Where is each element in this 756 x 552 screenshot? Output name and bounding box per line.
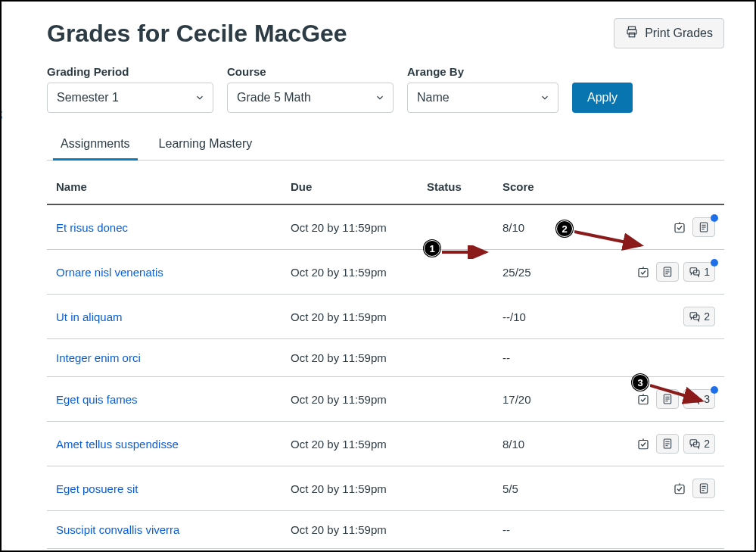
due-date: Oct 20 by 11:59pm (282, 511, 418, 549)
header: Grades for Cecile MacGee Print Grades (47, 18, 724, 48)
actions-cell (569, 204, 724, 250)
table-row: Suscipit convallis viverraOct 20 by 11:5… (47, 511, 724, 549)
assignment-link[interactable]: Suscipit convallis viverra (56, 523, 179, 536)
comments-count: 2 (704, 438, 710, 450)
comments-count: 3 (704, 393, 710, 405)
col-header-score: Score (493, 167, 569, 204)
apply-button[interactable]: Apply (572, 83, 633, 113)
arrange-by-group: Arange By Name (407, 65, 558, 113)
svg-rect-2 (629, 33, 635, 37)
arrange-by-value: Name (417, 91, 450, 104)
status-cell (418, 250, 493, 295)
comments-button[interactable]: 2 (683, 434, 715, 454)
status-cell (418, 204, 493, 250)
actions-cell (569, 466, 724, 511)
arrange-by-select[interactable]: Name (407, 83, 558, 113)
score-cell: 5/5 (493, 466, 569, 511)
page-title: Grades for Cecile MacGee (47, 20, 347, 48)
arrange-by-label: Arange By (407, 65, 558, 78)
svg-rect-24 (639, 441, 648, 449)
status-cell (418, 377, 493, 422)
actions-cell (569, 511, 724, 549)
table-header-row: Name Due Status Score (47, 167, 724, 204)
status-cell (418, 295, 493, 339)
grading-period-group: Grading Period Semester 1 (47, 65, 213, 113)
col-header-actions (569, 167, 724, 204)
status-cell (418, 422, 493, 466)
due-date: Oct 20 by 11:59pm (282, 466, 418, 511)
score-cell: 8/10 (493, 204, 569, 250)
actions-cell: 1 (569, 250, 724, 295)
chevron-down-icon (540, 92, 550, 103)
col-header-due: Due (282, 167, 418, 204)
submission-check-icon[interactable] (635, 391, 652, 407)
assignment-link[interactable]: Integer enim orci (56, 351, 141, 364)
actions-cell: 3 (569, 377, 724, 422)
rubric-button[interactable] (656, 262, 679, 282)
comments-button[interactable]: 1 (683, 262, 715, 282)
table-row: Ut in aliquamOct 20 by 11:59pm--/102 (47, 295, 724, 339)
course-label: Course (227, 65, 394, 78)
score-cell: 25/25 (493, 250, 569, 295)
stray-text: ; (0, 108, 3, 120)
assignment-link[interactable]: Eget posuere sit (56, 482, 138, 495)
submission-check-icon[interactable] (671, 219, 688, 235)
score-cell: -- (493, 511, 569, 549)
status-cell (418, 466, 493, 511)
grading-period-value: Semester 1 (57, 91, 119, 104)
course-value: Grade 5 Math (237, 91, 311, 104)
rubric-button[interactable] (656, 434, 679, 454)
due-date: Oct 20 by 11:59pm (282, 339, 418, 377)
print-grades-button[interactable]: Print Grades (614, 18, 724, 48)
svg-rect-31 (675, 485, 684, 494)
due-date: Oct 20 by 11:59pm (282, 377, 418, 422)
comments-button[interactable]: 2 (683, 307, 715, 326)
col-header-name: Name (47, 167, 282, 204)
unread-dot-icon (711, 386, 718, 394)
table-row: Eget quis famesOct 20 by 11:59pm17/203 (47, 377, 724, 422)
due-date: Oct 20 by 11:59pm (282, 422, 418, 466)
comments-count: 2 (704, 310, 710, 323)
due-date: Oct 20 by 11:59pm (282, 204, 418, 250)
print-grades-label: Print Grades (645, 27, 713, 40)
svg-rect-3 (675, 224, 684, 232)
due-date: Oct 20 by 11:59pm (282, 295, 418, 339)
submission-check-icon[interactable] (635, 264, 652, 280)
score-cell: -- (493, 339, 569, 377)
submission-check-icon[interactable] (635, 435, 652, 452)
table-row: Eget posuere sitOct 20 by 11:59pm5/5 (47, 466, 724, 511)
score-cell: 8/10 (493, 422, 569, 466)
table-row: Amet tellus suspendisseOct 20 by 11:59pm… (47, 422, 724, 466)
status-cell (418, 339, 493, 377)
rubric-button[interactable] (692, 217, 715, 237)
score-cell: --/10 (493, 295, 569, 339)
rubric-button[interactable] (692, 479, 715, 498)
status-cell (418, 511, 493, 549)
svg-rect-17 (639, 396, 648, 404)
tab-learning-mastery[interactable]: Learning Mastery (154, 129, 257, 160)
course-select[interactable]: Grade 5 Math (227, 83, 394, 113)
filters: Grading Period Semester 1 Course Grade 5… (47, 65, 724, 113)
assignment-link[interactable]: Ut in aliquam (56, 310, 123, 323)
page: ; Grades for Cecile MacGee Print Grades … (0, 0, 756, 552)
assignment-link[interactable]: Ornare nisl venenatis (56, 266, 163, 279)
tab-assignments[interactable]: Assignments (56, 129, 135, 160)
due-date: Oct 20 by 11:59pm (282, 250, 418, 295)
table-row: Et risus donecOct 20 by 11:59pm8/10 (47, 204, 724, 250)
actions-cell: 2 (569, 422, 724, 466)
course-group: Course Grade 5 Math (227, 65, 394, 113)
table-row: Integer enim orciOct 20 by 11:59pm-- (47, 339, 724, 377)
rubric-button[interactable] (656, 389, 679, 409)
comments-button[interactable]: 3 (683, 389, 715, 409)
assignment-link[interactable]: Amet tellus suspendisse (56, 438, 179, 451)
grading-period-select[interactable]: Semester 1 (47, 83, 213, 113)
unread-dot-icon (711, 259, 718, 267)
assignment-link[interactable]: Et risus donec (56, 221, 128, 234)
assignment-link[interactable]: Eget quis fames (56, 393, 138, 406)
actions-cell (569, 339, 724, 377)
printer-icon (625, 25, 639, 42)
svg-rect-8 (639, 269, 648, 277)
submission-check-icon[interactable] (671, 480, 688, 497)
tabs: Assignments Learning Mastery (47, 129, 724, 161)
chevron-down-icon (194, 92, 205, 103)
